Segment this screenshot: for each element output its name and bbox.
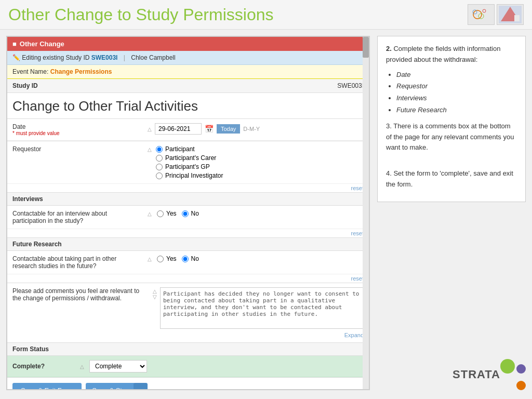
future-scroll-icon: △ xyxy=(148,256,152,262)
requestor-carer[interactable]: Participant's Carer xyxy=(156,154,223,162)
complete-label: Complete? xyxy=(12,363,75,370)
requestor-gp[interactable]: Participant's GP xyxy=(156,163,223,170)
strata-circle-purple xyxy=(516,364,526,374)
step2-item-date: Date xyxy=(396,70,517,81)
save-exit-button[interactable]: Save & Exit Form xyxy=(12,383,82,390)
strata-circles xyxy=(500,359,526,390)
date-row: Date * must provide value △ 📅 Today D-M-… xyxy=(7,119,369,141)
event-bar: Event Name: Change Permissions xyxy=(7,65,369,79)
strata-circle-green xyxy=(500,359,515,374)
form-header: ■ Other Change xyxy=(7,37,369,51)
future-research-header: Future Research xyxy=(7,238,369,251)
save-stay-button[interactable]: Save & Stay xyxy=(86,383,136,390)
requestor-radio-group: Participant Participant's Carer Particip… xyxy=(156,145,223,179)
logo-map-1 xyxy=(468,4,495,25)
editing-label: ✏️ Editing existing Study ID SWE003I | C… xyxy=(12,54,176,61)
calendar-icon[interactable]: 📅 xyxy=(205,125,214,133)
study-id-value: SWE003I xyxy=(337,82,364,89)
interviews-no[interactable]: No xyxy=(182,210,199,217)
today-button[interactable]: Today xyxy=(217,124,240,134)
future-control: △ Yes No xyxy=(148,255,364,262)
comments-section: Please add comments you feel are relevan… xyxy=(7,283,369,343)
study-id-row: Study ID SWE003I xyxy=(7,79,369,93)
requestor-label: Requestor xyxy=(12,145,148,153)
interviews-scroll-icon: △ xyxy=(148,211,152,217)
event-name: Change Permissions xyxy=(50,68,112,75)
instruction-panel: 2. Complete the fields with information … xyxy=(377,36,526,390)
complete-select[interactable]: Complete Incomplete Not applicable xyxy=(89,360,147,373)
step3-text: 3. There is a comments box at the bottom… xyxy=(386,121,517,153)
step2-title: 2. Complete the fields with information … xyxy=(386,44,517,65)
future-yes[interactable]: Yes xyxy=(157,255,177,262)
future-no[interactable]: No xyxy=(182,255,199,262)
future-research-section: Future Research Contactable about taking… xyxy=(7,238,369,283)
event-label: Event Name: xyxy=(12,68,48,75)
date-section: Date * must provide value △ 📅 Today D-M-… xyxy=(7,119,369,141)
complete-scroll-icon: △ xyxy=(80,364,84,369)
requestor-row: Requestor △ Participant xyxy=(7,141,369,184)
svg-rect-7 xyxy=(514,15,520,21)
comments-textarea[interactable]: Participant has decided they no longer w… xyxy=(160,287,364,329)
interviews-yes[interactable]: Yes xyxy=(157,210,177,217)
user-name: Chloe Campbell xyxy=(131,54,175,61)
step2-item-requestor: Requestor xyxy=(396,81,517,92)
page-title: Other Change to Study Permissions xyxy=(8,5,273,24)
scroll-indicator[interactable] xyxy=(363,37,369,390)
complete-row: Complete? △ Complete Incomplete Not appl… xyxy=(7,356,369,377)
form-title-section: Change to Other Trial Activities xyxy=(7,93,369,119)
study-id-label: Study ID xyxy=(12,82,38,89)
form-panel: ■ Other Change ✏️ Editing existing Study… xyxy=(6,36,370,390)
form-status-section: Form Status Complete? △ Complete Incompl… xyxy=(7,343,369,378)
main-layout: ■ Other Change ✏️ Editing existing Study… xyxy=(0,30,532,396)
expand-link[interactable]: Expand xyxy=(160,332,364,338)
save-stay-dropdown[interactable]: ▼ xyxy=(134,383,148,390)
interviews-header: Interviews xyxy=(7,193,369,206)
date-control: △ 📅 Today D-M-Y xyxy=(148,123,364,135)
form-header-title: Other Change xyxy=(20,40,64,48)
date-required: * must provide value xyxy=(12,130,142,136)
warning-icon: ■ xyxy=(12,40,17,48)
comments-label: Please add comments you feel are relevan… xyxy=(12,287,148,338)
instruction-box: 2. Complete the fields with information … xyxy=(377,36,526,202)
logo-map-2 xyxy=(497,4,524,25)
date-format: D-M-Y xyxy=(243,126,260,132)
comments-scroll-icon: △▽ xyxy=(153,288,157,338)
interviews-reset[interactable]: reset xyxy=(7,229,369,237)
interviews-section: Interviews Contactable for an interview … xyxy=(7,193,369,238)
date-input[interactable] xyxy=(155,123,202,135)
interviews-control: △ Yes No xyxy=(148,210,364,217)
strata-label: STRATA xyxy=(453,368,500,381)
strata-logo: STRATA xyxy=(377,354,526,390)
future-row: Contactable about taking part in other r… xyxy=(7,251,369,274)
requestor-scroll-icon: △ xyxy=(148,147,152,179)
interviews-row: Contactable for an interview about parti… xyxy=(7,206,369,229)
interviews-question: Contactable for an interview about parti… xyxy=(12,210,148,224)
future-question: Contactable about taking part in other r… xyxy=(12,255,148,270)
study-id-code: SWE003I xyxy=(91,54,118,61)
requestor-pi[interactable]: Principal Investigator xyxy=(156,172,223,179)
date-scroll-icon: △ xyxy=(148,126,152,132)
editing-bar: ✏️ Editing existing Study ID SWE003I | C… xyxy=(7,51,369,65)
strata-circle-orange xyxy=(516,381,526,390)
requestor-control: △ Participant Participant's Carer xyxy=(148,145,364,179)
date-label: Date * must provide value xyxy=(12,123,148,136)
requestor-reset[interactable]: reset xyxy=(7,184,369,192)
requestor-section: Requestor △ Participant xyxy=(7,141,369,193)
form-title: Change to Other Trial Activities xyxy=(12,98,364,114)
scroll-thumb xyxy=(363,37,369,58)
page-header: Other Change to Study Permissions xyxy=(0,0,532,30)
step2-item-future: Future Research xyxy=(396,105,517,116)
future-reset[interactable]: reset xyxy=(7,274,369,283)
header-logos xyxy=(468,4,524,25)
step4-text: 4. Set the form to 'complete', save and … xyxy=(386,168,517,190)
requestor-participant[interactable]: Participant xyxy=(156,145,223,153)
form-status-label: Form Status xyxy=(7,343,369,356)
buttons-row: Save & Exit Form Save & Stay ▼ xyxy=(7,378,369,390)
step2-item-interviews: Interviews xyxy=(396,93,517,104)
step2-list: Date Requestor Interviews Future Researc… xyxy=(396,70,517,116)
